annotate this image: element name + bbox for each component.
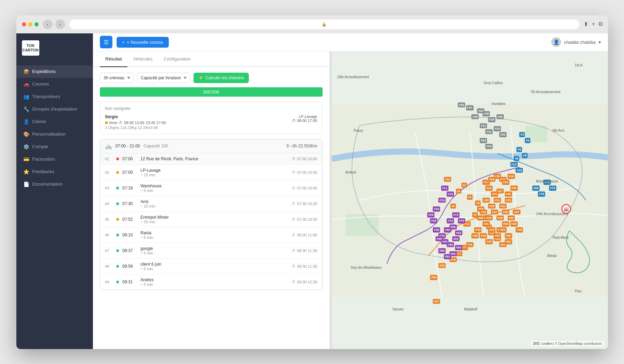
map-pin: #53: [455, 230, 462, 235]
map-pin: #62: [449, 251, 457, 256]
map-pin: #43: [474, 227, 482, 233]
compte-icon: ⚙️: [23, 144, 29, 149]
stop-time: 07:00: [123, 156, 137, 161]
map-area-label: Invalides: [492, 102, 505, 106]
route-stop-6[interactable]: #6 08:15 Rania ~ 5 min ⏱ 08:00 11:00: [100, 227, 322, 243]
map-pin: #30: [496, 114, 504, 120]
stop-time: 07:52: [123, 217, 137, 222]
chevron-down-icon: ▾: [599, 40, 601, 45]
map-pin: #22: [485, 129, 493, 134]
progress-value: 305/306: [203, 89, 219, 95]
stop-dot: [116, 218, 119, 221]
url-bar[interactable]: 🔒: [69, 19, 580, 29]
map-pin: #13: [447, 192, 454, 197]
stop-num: #7: [105, 249, 113, 253]
map-pin: #24: [485, 186, 493, 191]
map-pin: #45: [485, 239, 493, 244]
forward-button[interactable]: ›: [55, 19, 65, 29]
map-pin: #38: [496, 216, 504, 221]
route-stop-2[interactable]: #2 07:00 LP-Lavage ~ 15 min ⏱ 07:00 10:0…: [100, 165, 322, 180]
map-pin: #13: [510, 162, 518, 167]
map-pin: #73: [452, 212, 459, 218]
sidebar-item-personnalisation[interactable]: 🎨 Personnalisation: [16, 128, 93, 140]
map-pin: #3: [519, 132, 525, 137]
sidebar-item-label: Facturation: [32, 156, 55, 162]
tab-configuration[interactable]: Configuration: [158, 51, 196, 67]
na-schedule1: 08:00 13:00: [124, 121, 144, 125]
map-pin: #21: [480, 123, 487, 128]
stop-name: google: [141, 246, 289, 251]
map-pin: #54: [480, 138, 487, 143]
left-panel: Résultat Véhicules Configuration 3h crén…: [93, 51, 330, 349]
na-dot: [105, 121, 108, 124]
stop-num: #8: [105, 264, 113, 268]
stop-duration: ~ 5 min: [141, 251, 289, 255]
stop-num: #4: [105, 202, 113, 206]
map-area-label: Parc: [575, 289, 582, 293]
sidebar-item-clients[interactable]: 👤 Clients: [16, 115, 93, 128]
route-stop-8[interactable]: #8 08:59 client 6 juin ~ 5 min ⏱ 08:30 1…: [100, 259, 322, 274]
controls-row: 3h créneau Capacité par livraison ⚡ Calc…: [100, 73, 323, 83]
route-stop-4[interactable]: #4 07:30 Anis ~ 15 min ⏱ 07:30 10:30: [100, 196, 322, 212]
route-stop-3[interactable]: #3 07:18 Warehouse ~ 5 min ⏱ 07:00 10:00: [100, 180, 322, 196]
sidebar-nav: 📦 Expéditions 🚗 Courses 👥 Transporteurs …: [16, 63, 93, 349]
route-stop-5[interactable]: #5 07:52 Entrepot Mister ~ 15 min ⏱ 07:3…: [100, 212, 322, 227]
map-pin: #10: [444, 177, 451, 182]
route-stop-1[interactable]: #1 07:00 12 Rue de Rivoli, Paris, France…: [100, 153, 322, 165]
na-clock2-icon: ⏱: [292, 119, 296, 123]
non-assignee-row: Sergio 5min ⏱ 08:00 13:00 13:45 17:00 3 …: [105, 114, 317, 130]
menu-button[interactable]: ☰: [100, 36, 112, 48]
creneau-select[interactable]: 3h créneau: [100, 73, 134, 83]
sidebar-item-transporteurs[interactable]: 👥 Transporteurs: [16, 90, 93, 103]
map-pin: #33: [505, 197, 512, 203]
tab-vehicules[interactable]: Véhicules: [127, 51, 158, 67]
map-pin: #25: [499, 132, 506, 137]
na-dest-time: ⏱ 08:00 17:00: [292, 119, 317, 123]
dot-close[interactable]: [22, 22, 26, 26]
sidebar-item-courses[interactable]: 🚗 Courses: [16, 78, 93, 90]
clock-icon: ⏱: [292, 264, 295, 268]
map-pin: #24: [427, 212, 435, 218]
transporteurs-icon: 👥: [23, 94, 29, 99]
route-stats: 9 ~3h 22.553Km: [286, 144, 317, 148]
windows-icon[interactable]: ⧉: [599, 21, 602, 27]
sidebar-item-documentation[interactable]: 📄 Documentation: [16, 178, 93, 191]
sidebar-item-label: Transporteurs: [32, 94, 60, 99]
calc-icon: ⚡: [198, 75, 204, 80]
dot-minimize[interactable]: [28, 22, 32, 26]
sidebar-item-groupes[interactable]: 🔧 Groupes d'exploitation: [16, 103, 93, 115]
stop-name: Rania: [141, 230, 289, 235]
map-pin: #52: [452, 236, 459, 241]
add-tab-icon[interactable]: +: [592, 21, 595, 27]
stop-window: ⏱ 07:00 10:00: [292, 157, 317, 161]
map-pin: #50: [505, 233, 512, 238]
sidebar-item-compte[interactable]: ⚙️ Compte: [16, 140, 93, 153]
na-right: LP-Lavage ⏱ 08:00 17:00: [292, 114, 317, 123]
tab-resultat[interactable]: Résultat: [100, 51, 128, 67]
map-pin: #30: [510, 186, 518, 191]
sidebar-item-facturation[interactable]: 💳 Facturation: [16, 153, 93, 165]
progress-bar: 305/306: [100, 87, 323, 97]
calculer-button[interactable]: ⚡ Calculer les chemins: [193, 73, 249, 83]
nouvelle-course-button[interactable]: + + Nouvelle course: [117, 37, 169, 48]
na-time: 5min ⏱ 08:00 13:00 13:45 17:00: [105, 121, 166, 125]
capacity-select[interactable]: Capacité par livraison: [137, 73, 190, 83]
sidebar-item-feedbacks[interactable]: ⭐ Feedbacks: [16, 165, 93, 178]
map-pin: #42: [488, 227, 496, 233]
sidebar-item-expeditions[interactable]: 📦 Expéditions: [16, 65, 93, 78]
stop-duration: ~ 15 min: [141, 204, 289, 208]
map-area-label: Malakoff: [464, 307, 477, 311]
clock-icon: ⏱: [292, 157, 295, 161]
map-area-label: 14th Arrondissement: [536, 212, 568, 216]
plus-icon: +: [122, 40, 125, 45]
route-stop-7[interactable]: #7 08:37 google ~ 5 min ⏱ 08:30 11:30: [100, 243, 322, 259]
stop-info: Entrepot Mister ~ 15 min: [141, 215, 289, 224]
back-button[interactable]: ‹: [43, 19, 53, 29]
user-name: chadda chakiba: [564, 40, 595, 45]
dot-maximize[interactable]: [34, 22, 39, 26]
map-area-label: Issy-les-Moulineaux: [351, 266, 381, 269]
route-stop-9[interactable]: #9 09:31 Andres ~ 5 min ⏱ 09:30 12:30: [100, 274, 322, 290]
stop-name: 12 Rue de Rivoli, Paris, France: [141, 156, 289, 161]
map-pin: #55: [485, 144, 493, 149]
share-icon[interactable]: ⬆: [584, 21, 588, 27]
